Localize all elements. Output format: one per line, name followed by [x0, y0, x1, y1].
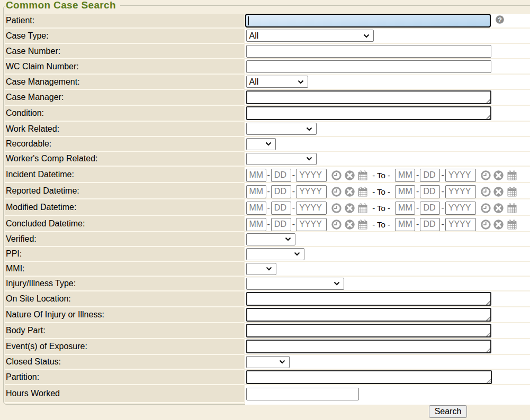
svg-text:?: ?: [498, 16, 502, 24]
